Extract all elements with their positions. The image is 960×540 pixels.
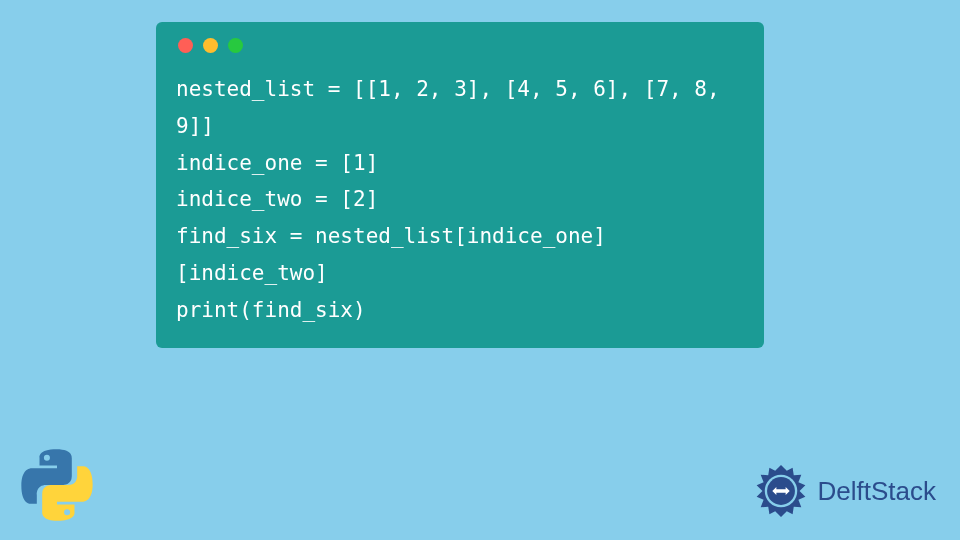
code-line-4: find_six = nested_list[indice_one][indic… — [176, 218, 744, 292]
code-block: nested_list = [[1, 2, 3], [4, 5, 6], [7,… — [156, 22, 764, 348]
yellow-dot-icon — [203, 38, 218, 53]
delftstack-logo: DelftStack — [752, 462, 937, 520]
python-logo-icon — [20, 448, 94, 522]
code-line-5: print(find_six) — [176, 292, 744, 329]
delftstack-text: DelftStack — [818, 476, 937, 507]
red-dot-icon — [178, 38, 193, 53]
delftstack-icon — [752, 462, 810, 520]
code-line-1: nested_list = [[1, 2, 3], [4, 5, 6], [7,… — [176, 71, 744, 145]
window-dots — [178, 38, 744, 53]
code-line-2: indice_one = [1] — [176, 145, 744, 182]
green-dot-icon — [228, 38, 243, 53]
code-content: nested_list = [[1, 2, 3], [4, 5, 6], [7,… — [176, 71, 744, 328]
code-line-3: indice_two = [2] — [176, 181, 744, 218]
